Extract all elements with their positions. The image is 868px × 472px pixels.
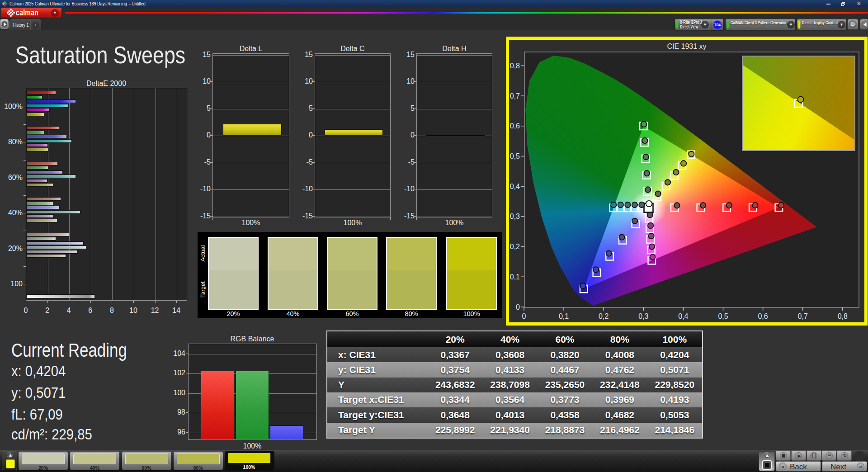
svg-text:0,5: 0,5 bbox=[510, 152, 520, 160]
svg-text:0,4: 0,4 bbox=[510, 183, 520, 190]
svg-text:0,8: 0,8 bbox=[838, 312, 848, 320]
svg-text:0,6: 0,6 bbox=[758, 312, 768, 320]
svg-text:0: 0 bbox=[516, 303, 520, 311]
svg-text:0,2: 0,2 bbox=[599, 312, 609, 320]
svg-text:0,4: 0,4 bbox=[678, 312, 688, 320]
svg-text:0,2: 0,2 bbox=[510, 243, 520, 250]
svg-text:0,3: 0,3 bbox=[638, 312, 648, 320]
svg-text:0: 0 bbox=[522, 312, 526, 320]
svg-text:0,7: 0,7 bbox=[798, 312, 808, 320]
svg-text:0,1: 0,1 bbox=[510, 273, 520, 281]
svg-text:0,8: 0,8 bbox=[510, 62, 520, 70]
svg-text:0,6: 0,6 bbox=[510, 122, 520, 130]
svg-text:0,7: 0,7 bbox=[510, 92, 520, 100]
svg-text:0,3: 0,3 bbox=[510, 212, 520, 220]
svg-text:0,5: 0,5 bbox=[718, 312, 728, 320]
svg-text:0,1: 0,1 bbox=[559, 312, 569, 320]
